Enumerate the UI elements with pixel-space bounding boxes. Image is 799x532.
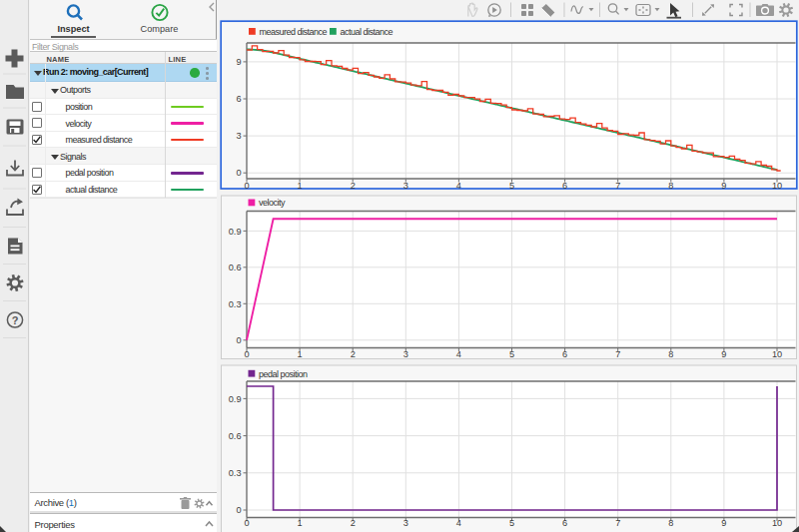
svg-text:6: 6 (562, 518, 567, 528)
svg-text:6: 6 (562, 349, 567, 359)
svg-text:5: 5 (509, 349, 514, 359)
svg-text:0: 0 (236, 168, 241, 178)
svg-text:1: 1 (298, 518, 303, 528)
svg-text:7: 7 (615, 181, 620, 191)
svg-text:0: 0 (236, 505, 241, 515)
svg-text:10: 10 (772, 518, 782, 528)
svg-text:8: 8 (668, 349, 673, 359)
svg-text:4: 4 (456, 349, 461, 359)
svg-text:?: ? (12, 314, 19, 326)
svg-text:4: 4 (456, 518, 461, 528)
svg-text:2: 2 (351, 181, 356, 191)
svg-text:9: 9 (721, 349, 726, 359)
svg-text:9: 9 (721, 181, 726, 191)
svg-text:9: 9 (721, 518, 726, 528)
svg-text:3: 3 (236, 131, 241, 141)
svg-text:8: 8 (668, 518, 673, 528)
svg-text:10: 10 (772, 181, 782, 191)
svg-text:3: 3 (403, 518, 408, 528)
svg-text:0.9: 0.9 (229, 394, 242, 404)
svg-text:0.3: 0.3 (229, 299, 242, 309)
svg-text:0.6: 0.6 (229, 263, 242, 272)
svg-text:2: 2 (351, 349, 356, 359)
svg-text:pedal position: pedal position (259, 369, 308, 379)
svg-text:0.3: 0.3 (229, 468, 242, 478)
svg-text:actual distance: actual distance (341, 27, 394, 37)
svg-text:0: 0 (244, 349, 249, 359)
svg-text:0.6: 0.6 (229, 431, 242, 441)
svg-text:5: 5 (509, 518, 514, 528)
svg-text:7: 7 (615, 518, 620, 528)
svg-text:2: 2 (351, 518, 356, 528)
svg-text:7: 7 (615, 349, 620, 359)
svg-text:3: 3 (403, 181, 408, 191)
svg-text:measured distance: measured distance (260, 27, 328, 37)
svg-text:8: 8 (668, 181, 673, 191)
svg-text:0: 0 (244, 518, 249, 528)
svg-text:6: 6 (236, 94, 241, 104)
svg-text:1: 1 (298, 349, 303, 359)
svg-text:6: 6 (562, 181, 567, 191)
svg-text:4: 4 (456, 181, 461, 191)
svg-text:3: 3 (403, 349, 408, 359)
svg-text:10: 10 (772, 349, 782, 359)
svg-text:1: 1 (298, 181, 303, 191)
svg-text:velocity: velocity (259, 198, 286, 208)
svg-text:0: 0 (236, 335, 241, 345)
svg-text:0: 0 (244, 181, 249, 191)
svg-text:0.9: 0.9 (229, 227, 242, 237)
svg-text:5: 5 (509, 181, 514, 191)
svg-text:9: 9 (236, 57, 241, 67)
